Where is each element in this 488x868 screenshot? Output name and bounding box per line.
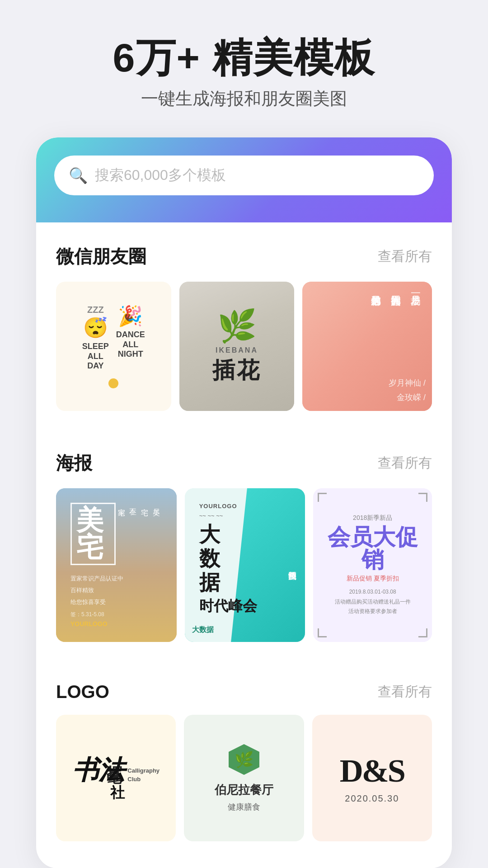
calligraphy-en: CalligraphyClub — [127, 753, 160, 783]
meizhai-top: 美宅 尽美宅宅在不家宅 — [70, 503, 162, 565]
wechat-title: 微信朋友圈 — [56, 244, 146, 269]
ds-date-text: 2020.05.30 — [345, 793, 399, 804]
wechat-template-grid: zzz 😴 SLEEPALLDAY 🎉 DANCEALLNIGHT — [56, 282, 432, 411]
poster-view-all[interactable]: 查看所有 — [378, 454, 432, 472]
poster-card-bigdata[interactable]: YOURLOGO ~~ ~~ ~~ 大数据 时代峰会 引领科技潮流 大数据 — [185, 488, 305, 642]
meizhai-date: 签：5.31-5.08 — [70, 611, 162, 618]
logo-card-calligraphy[interactable]: 挥毫 书法 社 CalligraphyClub — [56, 715, 176, 841]
logo-section-header: LOGO 查看所有 — [56, 682, 432, 702]
promotion-content: 2018新季新品 会员大促销 新品促销 夏季折扣 2019.8.03.01-03… — [319, 495, 426, 636]
calligraphy-zh-big: 书法 — [72, 757, 125, 783]
meizhai-content: 美宅 尽美宅宅在不家宅 置家常识产品认证中 百样精致 给您惊喜享受 签：5.31… — [63, 495, 169, 635]
logo-title: LOGO — [56, 682, 109, 702]
dance-emoji: 🎉 — [118, 304, 143, 328]
restaurant-hex-logo: 🌿 — [229, 744, 259, 775]
wechat-section: 微信朋友圈 查看所有 zzz 😴 SLEEPALLDAY 🎉 DANCEA — [36, 222, 452, 420]
sleep-label: SLEEPALLDAY — [82, 342, 109, 371]
ikebana-zh-label: 插花 — [212, 355, 261, 386]
restaurant-name-zh: 伯尼拉餐厅 — [215, 782, 273, 798]
headline: 6万+ 精美模板 — [113, 36, 375, 80]
wechat-section-header: 微信朋友圈 查看所有 — [56, 244, 432, 269]
restaurant-leaf-emoji: 🌿 — [235, 750, 253, 769]
poster-template-grid: 美宅 尽美宅宅在不家宅 置家常识产品认证中 百样精致 给您惊喜享受 签：5.31… — [56, 488, 432, 642]
bigdata-top-text: ~~ ~~ ~~ — [199, 512, 291, 519]
logo-card-restaurant[interactable]: 🌿 伯尼拉餐厅 健康膳食 — [184, 715, 304, 841]
promotion-year: 2018新季新品 — [353, 514, 392, 522]
poster-title: 海报 — [56, 451, 92, 476]
ikebana-photo-bg: 🌿 IKEBANA 插花 — [179, 282, 295, 411]
sleep-dance-row: zzz 😴 SLEEPALLDAY 🎉 DANCEALLNIGHT — [82, 304, 145, 371]
calligraphy-zh-sub: 社 — [110, 783, 125, 803]
meizhai-bottom-text: 置家常识产品认证中 百样精致 给您惊喜享受 — [70, 573, 162, 608]
calligraphy-en-text: CalligraphyClub — [127, 767, 160, 783]
ds-main-text: D&S — [340, 752, 404, 790]
page-wrapper: 6万+ 精美模板 一键生成海报和朋友圈美图 🔍 搜索60,000多个模板 微信朋… — [0, 0, 488, 868]
bigdata-bottom: 大数据 — [192, 625, 214, 635]
dance-label: DANCEALLNIGHT — [116, 330, 145, 359]
search-bar[interactable]: 🔍 搜索60,000多个模板 — [54, 156, 434, 195]
poster-card-meizhai[interactable]: 美宅 尽美宅宅在不家宅 置家常识产品认证中 百样精致 给您惊喜享受 签：5.31… — [56, 488, 177, 642]
restaurant-name-sub: 健康膳食 — [228, 802, 260, 812]
poetry-author: 岁月神仙 /金玫嵘 / — [309, 376, 426, 405]
meizhai-logo: YOURLOGO — [70, 620, 162, 627]
bigdata-summit: 时代峰会 — [199, 596, 291, 616]
logo-card-ds[interactable]: D&S 2020.05.30 — [312, 715, 432, 841]
wechat-card-poetry[interactable]: 岁月是一场有去无回的旅行你遇的都是风景 岁月神仙 /金玫嵘 / — [302, 282, 432, 411]
promotion-sub: 新品促销 夏季折扣 — [347, 575, 399, 583]
wechat-view-all[interactable]: 查看所有 — [378, 247, 432, 266]
ikebana-plant-emoji: 🌿 — [217, 307, 257, 344]
promotion-dates: 2019.8.03.01-03.08 活动赠品购买活动赠送礼品一件 活动资格要求… — [335, 587, 411, 617]
poster-section: 海报 查看所有 美宅 尽美宅宅在不家宅 — [36, 429, 452, 651]
zzz-text: zzz — [87, 304, 104, 315]
poster-card-promotion[interactable]: 2018新季新品 会员大促销 新品促销 夏季折扣 2019.8.03.01-03… — [313, 488, 432, 642]
sleep-emoji: 😴 — [83, 316, 108, 340]
calligraphy-zh: 挥毫 书法 社 — [72, 753, 125, 803]
search-icon: 🔍 — [69, 166, 88, 184]
bigdata-yourlogo: YOURLOGO — [199, 503, 291, 509]
dance-col: 🎉 DANCEALLNIGHT — [116, 304, 145, 359]
meizhai-title: 美宅 — [76, 505, 103, 562]
poster-section-header: 海报 查看所有 — [56, 451, 432, 476]
search-placeholder-text: 搜索60,000多个模板 — [95, 165, 226, 185]
bigdata-content: YOURLOGO ~~ ~~ ~~ 大数据 时代峰会 — [192, 495, 298, 635]
poetry-content: 岁月是一场有去无回的旅行你遇的都是风景 岁月神仙 /金玫嵘 / — [302, 282, 432, 411]
dot-badge — [108, 378, 118, 388]
poetry-lines: 岁月是一场有去无回的旅行你遇的都是风景 — [309, 288, 426, 376]
subheadline: 一键生成海报和朋友圈美图 — [113, 87, 375, 110]
calligraphy-main: 挥毫 书法 社 CalligraphyClub — [72, 753, 160, 803]
meizhai-title-box: 美宅 — [70, 503, 116, 565]
header-section: 6万+ 精美模板 一键生成海报和朋友圈美图 — [113, 36, 375, 110]
sleep-col: zzz 😴 SLEEPALLDAY — [82, 304, 109, 371]
logo-section: LOGO 查看所有 挥毫 书法 社 CalligraphyClub — [36, 660, 452, 850]
logo-template-grid: 挥毫 书法 社 CalligraphyClub 🌿 伯尼拉餐厅 — [56, 715, 432, 841]
wechat-card-ikebana[interactable]: 🌿 IKEBANA 插花 — [179, 282, 295, 411]
bigdata-main-title: 大数据 — [199, 523, 291, 594]
main-card: 🔍 搜索60,000多个模板 微信朋友圈 查看所有 zzz 😴 SLEEPALL… — [36, 137, 452, 868]
wechat-card-sleep-dance[interactable]: zzz 😴 SLEEPALLDAY 🎉 DANCEALLNIGHT — [56, 282, 171, 411]
ikebana-en-label: IKEBANA — [216, 346, 258, 354]
ikebana-photo: 🌿 IKEBANA 插花 — [179, 282, 295, 411]
search-header: 🔍 搜索60,000多个模板 — [36, 137, 452, 222]
ikebana-bg: 🌿 IKEBANA 插花 — [179, 282, 295, 411]
promotion-main: 会员大促销 — [326, 526, 419, 571]
logo-view-all[interactable]: 查看所有 — [378, 683, 432, 701]
meizhai-bottom: 置家常识产品认证中 百样精致 给您惊喜享受 签：5.31-5.08 YOURLO… — [70, 573, 162, 627]
